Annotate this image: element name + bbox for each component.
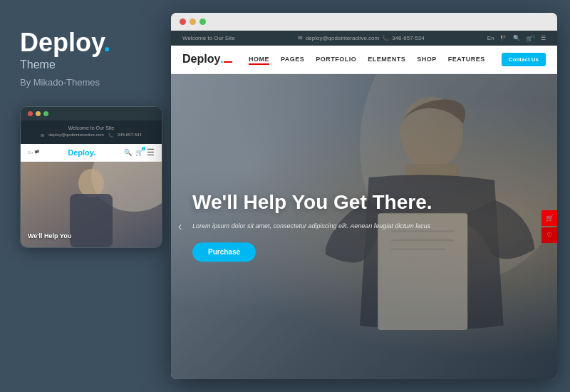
mobile-header: Welcome to Our Site ✉ deploy@qodeinterac… — [21, 120, 162, 144]
hero-cart-button[interactable]: 🛒 — [542, 210, 557, 226]
mobile-title-bar — [21, 107, 162, 120]
hero-wishlist-icon: ♡ — [546, 232, 552, 239]
theme-author: By Mikado-Themes — [20, 77, 157, 88]
nav-item-home[interactable]: HOME — [249, 56, 269, 63]
mobile-nav: En 🏴 Deploy. 🔍 🛒 1 ☰ — [21, 144, 162, 162]
theme-name: Deploy. — [20, 29, 157, 57]
topbar-phone-icon: 📞 — [382, 35, 389, 41]
mobile-contact-info: ✉ deploy@qodeinteractive.com 📞 345-657-5… — [28, 133, 155, 138]
topbar-lang: En — [487, 35, 494, 41]
desktop-logo: Deploy. — [182, 53, 232, 66]
topbar-flag-icon: 🏴 — [500, 35, 507, 41]
hero-purchase-button[interactable]: Purchase — [192, 243, 256, 262]
mobile-search-icon[interactable]: 🔍 — [124, 149, 132, 156]
topbar-cart-icon[interactable]: 🛒1 — [526, 34, 535, 42]
mobile-hero: We'll Help You — [21, 162, 162, 247]
theme-title-block: Deploy. Theme By Mikado-Themes — [20, 29, 157, 88]
desktop-topbar-contact: ✉ deploy@qodeinteractive.com 📞 346-657-5… — [298, 35, 425, 41]
mobile-email-icon: ✉ — [41, 133, 44, 138]
nav-item-features[interactable]: FEATURES — [448, 56, 485, 63]
mobile-email: deploy@qodeinteractive.com — [48, 133, 103, 138]
nav-item-portfolio[interactable]: PORTFOLIO — [316, 56, 356, 63]
desktop-mockup: Welcome to Our Site ✉ deploy@qodeinterac… — [171, 13, 557, 379]
contact-us-button[interactable]: Contact Us — [502, 53, 546, 66]
hero-side-buttons: 🛒 ♡ — [542, 210, 557, 243]
mobile-hero-text: We'll Help You — [28, 232, 155, 240]
desktop-dot-yellow — [190, 19, 196, 25]
desktop-topbar-right: En 🏴 🔍 🛒1 ☰ — [487, 34, 546, 42]
desktop-hero: We'll Help You Get There. Lorem ipsum do… — [171, 74, 557, 379]
mobile-dot-green — [43, 111, 48, 116]
mobile-welcome-text: Welcome to Our Site — [28, 125, 155, 130]
hero-arrow-left[interactable]: ‹ — [178, 220, 182, 233]
desktop-topbar: Welcome to Our Site ✉ deploy@qodeinterac… — [171, 31, 557, 46]
nav-item-shop[interactable]: SHOP — [417, 56, 437, 63]
mobile-cart-badge: 1 — [142, 147, 145, 150]
topbar-email: deploy@qodeinteractive.com — [306, 35, 379, 41]
left-panel: Deploy. Theme By Mikado-Themes Welcome t… — [0, 0, 171, 392]
topbar-phone: 346-657-534 — [392, 35, 424, 41]
mobile-dot-red — [28, 111, 33, 116]
mobile-phone-icon: 📞 — [108, 133, 113, 138]
mobile-nav-icons: 🔍 🛒 1 ☰ — [124, 148, 155, 157]
desktop-dot-green — [200, 19, 206, 25]
topbar-mail-icon: ✉ — [298, 35, 303, 41]
mobile-dot-yellow — [36, 111, 41, 116]
hero-content: We'll Help You Get There. Lorem ipsum do… — [192, 191, 432, 262]
nav-item-pages[interactable]: PAGES — [281, 56, 304, 63]
desktop-dot-red — [180, 19, 186, 25]
mobile-hamburger-icon[interactable]: ☰ — [147, 148, 155, 157]
desktop-nav-items: HOME PAGES PORTFOLIO ELEMENTS SHOP FEATU… — [249, 56, 485, 63]
right-panel: Welcome to Our Site ✉ deploy@qodeinterac… — [171, 0, 570, 392]
hero-subtext: Lorem ipsum dolor sit amet, consectetur … — [192, 221, 432, 231]
desktop-title-bar — [171, 13, 557, 31]
topbar-menu-icon[interactable]: ☰ — [541, 35, 546, 41]
theme-subtitle: Theme — [20, 58, 157, 71]
desktop-topbar-welcome: Welcome to Our Site — [182, 35, 235, 41]
desktop-navbar: Deploy. HOME PAGES PORTFOLIO ELEMENTS SH… — [171, 46, 557, 74]
mobile-flag-icon: 🏴 — [34, 150, 39, 155]
mobile-lang: En 🏴 — [28, 150, 39, 155]
desktop-logo-dash — [224, 61, 232, 63]
mobile-phone: 345-657-534 — [118, 133, 142, 138]
hero-cart-icon: 🛒 — [546, 215, 554, 222]
topbar-search-icon[interactable]: 🔍 — [513, 35, 520, 41]
nav-item-elements[interactable]: ELEMENTS — [368, 56, 405, 63]
mobile-hero-image: We'll Help You — [21, 162, 162, 247]
mobile-logo: Deploy. — [68, 148, 95, 157]
hero-wishlist-button[interactable]: ♡ — [542, 227, 557, 243]
desktop-nav-right: Contact Us — [502, 53, 546, 66]
mobile-cart-icon[interactable]: 🛒 1 — [135, 149, 143, 156]
svg-point-2 — [78, 169, 104, 197]
hero-heading: We'll Help You Get There. — [192, 191, 432, 214]
mobile-hero-heading: We'll Help You — [28, 232, 155, 240]
desktop-content: Welcome to Our Site ✉ deploy@qodeinterac… — [171, 31, 557, 379]
mobile-mockup: Welcome to Our Site ✉ deploy@qodeinterac… — [20, 106, 162, 248]
